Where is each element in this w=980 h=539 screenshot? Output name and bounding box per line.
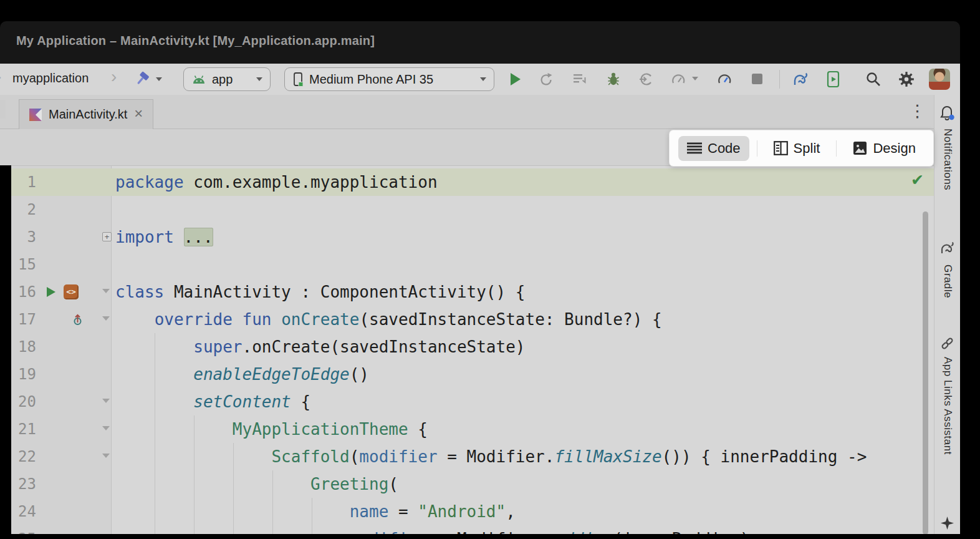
gemini-button[interactable]	[934, 517, 960, 530]
app-links-assistant-button[interactable]	[934, 336, 960, 351]
gutter[interactable]: 2	[11, 196, 111, 223]
device-select[interactable]: Medium Phone API 35	[284, 67, 494, 91]
code-text[interactable]: MyApplicationTheme {	[111, 415, 934, 443]
gutter[interactable]: 25	[11, 525, 111, 534]
right-tool-stripe: Notifications Gradle App Links Assistant	[934, 95, 960, 534]
window-titlebar: My Application – MainActivity.kt [My_App…	[0, 21, 960, 64]
code-text[interactable]: setContent {	[111, 388, 934, 415]
code-text[interactable]: package com.example.myapplication	[111, 168, 934, 196]
code-text[interactable]	[111, 251, 934, 278]
fold-icon[interactable]	[102, 454, 110, 458]
gutter[interactable]: 20	[11, 388, 111, 415]
more-options-icon[interactable]	[909, 102, 926, 120]
sparkle-icon	[941, 517, 954, 530]
gutter[interactable]: 19	[11, 361, 111, 388]
code-text[interactable]: Greeting(	[111, 470, 934, 498]
code-line: 23 Greeting(	[11, 470, 934, 498]
line-number: 25	[11, 525, 36, 534]
apply-code-changes-button[interactable]	[572, 72, 587, 87]
notifications-label[interactable]: Notifications	[941, 129, 954, 190]
code-line: 1package com.example.myapplication	[11, 168, 934, 196]
view-mode-code-button[interactable]: Code	[678, 136, 749, 161]
gutter[interactable]: 1	[11, 168, 111, 196]
debug-button[interactable]	[606, 71, 621, 87]
stop-button[interactable]	[752, 74, 762, 84]
view-mode-code-label: Code	[708, 140, 741, 157]
fold-icon[interactable]	[102, 289, 110, 293]
code-view-icon	[687, 142, 702, 154]
code-text[interactable]: class MainActivity : ComponentActivity()…	[111, 278, 934, 306]
compose-preview-icon[interactable]	[64, 284, 79, 299]
code-line: 18 super.onCreate(savedInstanceState)	[11, 333, 934, 361]
running-devices-button[interactable]	[827, 70, 840, 88]
line-number: 2	[11, 196, 36, 223]
settings-button[interactable]	[898, 70, 915, 88]
fold-icon[interactable]	[102, 426, 110, 430]
line-number: 18	[11, 333, 36, 361]
chevron-down-icon	[480, 77, 486, 81]
gutter[interactable]: 18	[11, 333, 111, 361]
code-text[interactable]: super.onCreate(savedInstanceState)	[111, 333, 934, 361]
gutter[interactable]: 22	[11, 443, 111, 470]
gutter[interactable]: 24	[11, 498, 111, 525]
gear-icon	[898, 70, 915, 88]
app-links-assistant-label[interactable]: App Links Assistant	[941, 357, 954, 455]
window-title: My Application – MainActivity.kt [My_App…	[16, 34, 375, 48]
code-text[interactable]: override fun onCreate(savedInstanceState…	[111, 306, 934, 333]
close-icon[interactable]	[134, 107, 143, 122]
gradle-button[interactable]	[934, 241, 960, 255]
code-text[interactable]: Scaffold(modifier = Modifier.fillMaxSize…	[111, 443, 934, 470]
fold-icon[interactable]	[102, 316, 110, 321]
profiler-button[interactable]	[671, 72, 686, 87]
gutter[interactable]: 17	[11, 306, 111, 333]
gradle-label[interactable]: Gradle	[941, 265, 954, 298]
gutter[interactable]: 15	[11, 251, 111, 278]
toolbar-separator	[779, 70, 780, 89]
apply-changes-restart-button[interactable]	[539, 72, 554, 87]
inspections-ok-icon[interactable]	[911, 171, 924, 189]
code-text[interactable]	[111, 196, 934, 223]
override-method-icon[interactable]	[72, 313, 83, 326]
code-text[interactable]: enableEdgeToEdge()	[111, 361, 934, 388]
gutter[interactable]: 21	[11, 415, 111, 443]
gutter[interactable]: 3	[11, 223, 111, 251]
run-config-select[interactable]: app	[183, 67, 271, 91]
gutter[interactable]: 23	[11, 470, 111, 498]
code-line: 17 override fun onCreate(savedInstanceSt…	[11, 306, 934, 333]
editor-view-mode-switch: Code Split Design	[670, 130, 933, 166]
run-gutter-icon[interactable]	[46, 286, 56, 298]
attach-debugger-button[interactable]	[638, 72, 653, 87]
code-text[interactable]: modifier = Modifier.padding(innerPadding…	[111, 525, 934, 534]
gutter[interactable]: 16	[11, 278, 111, 306]
code-text[interactable]: import ...	[111, 223, 934, 251]
profiler-restart-icon	[717, 72, 732, 87]
search-icon	[865, 71, 882, 87]
vertical-scrollbar[interactable]	[923, 211, 928, 534]
code-line: 21 MyApplicationTheme {	[11, 415, 934, 443]
fold-icon[interactable]	[102, 399, 110, 403]
line-number: 23	[11, 470, 36, 498]
view-mode-design-button[interactable]: Design	[844, 136, 924, 161]
profile-low-overhead-button[interactable]	[717, 72, 732, 87]
build-button[interactable]	[133, 70, 151, 87]
view-mode-split-button[interactable]: Split	[765, 136, 829, 161]
unfold-icon[interactable]	[102, 232, 112, 241]
code-line: 20 setContent {	[11, 388, 934, 415]
code-text[interactable]: name = "Android",	[111, 498, 934, 525]
project-selector[interactable]: myapplication	[12, 71, 89, 85]
chevron-down-icon[interactable]	[692, 77, 698, 80]
chevron-down-icon[interactable]	[156, 77, 162, 81]
line-number: 16	[11, 278, 36, 306]
line-number: 19	[11, 361, 36, 388]
search-button[interactable]	[865, 71, 882, 87]
phone-icon	[292, 72, 304, 87]
notifications-button[interactable]	[934, 105, 960, 122]
code-editor[interactable]: 1package com.example.myapplication23impo…	[11, 165, 934, 534]
gradle-sync-icon	[790, 71, 809, 87]
bug-icon	[606, 71, 621, 87]
tab-mainactivity[interactable]: MainActivity.kt	[19, 99, 153, 129]
chevron-right-icon	[0, 69, 1, 85]
gradle-sync-button[interactable]	[790, 71, 809, 87]
run-button[interactable]	[510, 72, 521, 86]
user-avatar[interactable]	[929, 69, 950, 90]
